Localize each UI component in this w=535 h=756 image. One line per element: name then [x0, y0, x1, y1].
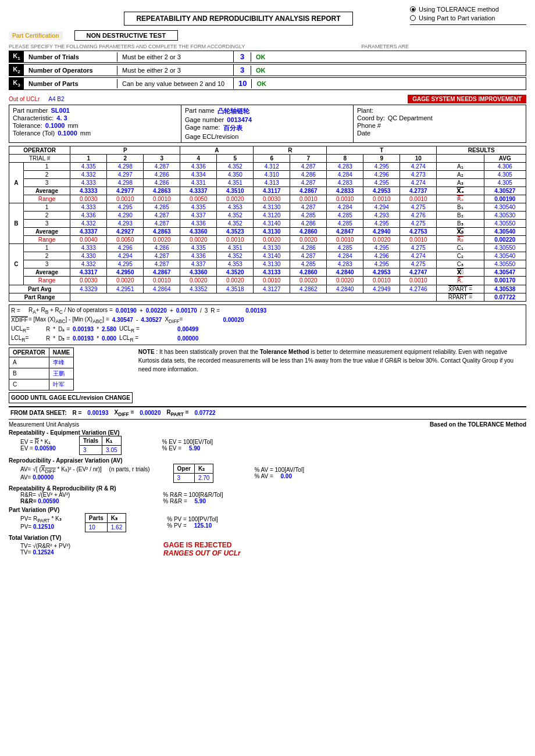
b-avg-c4: 4.3360 — [180, 227, 217, 235]
note-text: : It has been statistically proven that … — [138, 349, 513, 372]
c-t1-c7: 4.286 — [290, 243, 327, 252]
c-xbar-val: 4.30547 — [484, 268, 526, 276]
c-range-c10: 0.0010 — [400, 276, 437, 285]
pv-parts-header: Parts — [85, 513, 107, 522]
c-t3-c10: 4.275 — [400, 260, 437, 268]
table-row: Range 0.0040 0.0050 0.0020 0.0020 0.0010… — [9, 235, 526, 243]
pv-pct-line: % PV = 125.10 — [167, 522, 218, 529]
rar-val: 0.00590 — [38, 498, 59, 504]
c-t2-c9: 4.296 — [363, 252, 400, 260]
ev-title: Repeatability - Equipment Variation (EV) — [9, 429, 526, 436]
ev-val-line: EV = 0.00590 — [20, 445, 56, 452]
c-t2-c8: 4.284 — [327, 252, 363, 260]
a-t2-c10: 4.273 — [400, 170, 437, 178]
method2-option[interactable]: Using Part to Part variation — [410, 15, 526, 22]
a-avg-c3: 4.2863 — [144, 187, 180, 195]
a-rbar-val: 0.00190 — [484, 195, 526, 203]
info-tol2-value: 0.1000 — [58, 130, 77, 137]
c-rbar-val: 0.00170 — [484, 276, 526, 285]
a-t2-c7: 4.286 — [290, 170, 327, 178]
a-t1-c1: 4.335 — [70, 162, 107, 170]
col-9-header: 9 — [363, 154, 400, 162]
method1-radio[interactable] — [410, 6, 416, 12]
c-t3-c9: 4.295 — [363, 260, 400, 268]
info-gage-ecl: Gage ECL/revision — [185, 133, 349, 140]
uclr-result-label: UCLR = — [119, 325, 177, 334]
op-p-header: P — [70, 146, 180, 154]
report-title-container: REPEATABILITY AND REPRODUCIBILITY ANALYS… — [67, 6, 410, 26]
info-tol2-label: Tolerance (Tol) — [13, 130, 55, 137]
info-characteristic: Characteristic: 4. 3 — [13, 114, 177, 121]
pv-pct-block: % PV = 100[PV/Tol] % PV = 125.10 — [167, 516, 218, 529]
method1-option[interactable]: Using TOLERANCE method — [410, 6, 526, 13]
c-avg-c7: 4.2860 — [290, 268, 327, 276]
lclr-star2: * — [97, 335, 99, 342]
col-5-header: 5 — [217, 154, 254, 162]
from-data-label: FROM DATA SHEET: — [10, 410, 66, 416]
b-avg-c10: 4.2753 — [400, 227, 437, 235]
r-rc-val: 0.00170 — [176, 307, 197, 314]
pv-val: 0.12510 — [33, 524, 54, 530]
method2-radio[interactable] — [410, 15, 416, 21]
b-rbar-label: R̄ᵦ — [437, 235, 484, 243]
c-r2-label: C₂ — [437, 252, 484, 260]
b-t1-c6: 4.3130 — [254, 203, 290, 211]
part-avg-row: Part Avg 4.3329 4.2951 4.2864 4.3352 4.3… — [9, 285, 526, 293]
table-row: 3 3.05 — [79, 445, 121, 454]
b-avg-c8: 4.2847 — [327, 227, 363, 235]
a-avg-c10: 4.2737 — [400, 187, 437, 195]
b-t3-c5: 4.352 — [217, 219, 254, 227]
param-k2-value: 3 — [233, 65, 251, 76]
table-row: Trials K₁ — [79, 436, 121, 445]
a-r1-label: A₁ — [437, 162, 484, 170]
b-t1-c8: 4.284 — [327, 203, 363, 211]
b-t2-c4: 4.337 — [180, 211, 217, 219]
lclr-star: * — [53, 335, 55, 342]
b-t2-c2: 4.290 — [107, 211, 144, 219]
c-t2-c1: 4.330 — [70, 252, 107, 260]
pv-content: PV= RPART * K₃ PV= 0.12510 Parts K₃ 10 1… — [20, 513, 526, 532]
a-r1-val: 4.306 — [484, 162, 526, 170]
tv-val-line: TV= 0.12524 — [20, 549, 70, 556]
xdiff-min: 4.30527 — [141, 317, 162, 323]
data-table: OPERATOR P A R T RESULTS TRIAL # 1 2 3 4… — [9, 146, 526, 302]
info-left-col: Part number SL001 Characteristic: 4. 3 T… — [9, 105, 181, 142]
xdiff-minus: - — [136, 317, 138, 323]
table-row: B 1 4.333 4.295 4.285 4.335 4.353 4.3130… — [9, 203, 526, 211]
op-b-name: 王鹏 — [49, 368, 73, 379]
c-t2-label: 2 — [23, 252, 70, 260]
c-avg-c4: 4.3360 — [180, 268, 217, 276]
op-a-label: A — [9, 162, 24, 203]
r-div: / — [200, 307, 202, 314]
info-coord-label: Coord by: — [357, 114, 385, 121]
table-row: C 1 4.333 4.296 4.286 4.335 4.351 4.3130… — [9, 243, 526, 252]
param-k2-name: Number of Operators — [24, 66, 117, 75]
uclr-formula-row: UCLR= R * D₄ = 0.00193 * 2.580 UCLR = 0.… — [11, 325, 524, 334]
tv-formula-block: TV= √(R&R² + PV²) TV= 0.12524 — [20, 543, 70, 556]
a-t1-c8: 4.283 — [327, 162, 363, 170]
a-t1-c6: 4.312 — [254, 162, 290, 170]
c-xbar-label: X̄꜀ — [437, 268, 484, 276]
b-t1-c9: 4.294 — [363, 203, 400, 211]
part-range-row: Part Range RPART = 0.07722 — [9, 293, 526, 301]
tv-title: Total Variation (TV) — [9, 535, 526, 541]
from-data-xdiff-val: 0.00020 — [140, 410, 160, 416]
b-range-c2: 0.0050 — [107, 235, 144, 243]
a-t1-c5: 4.352 — [217, 162, 254, 170]
info-tolerance: Tolerance: 0.1000 mm — [13, 122, 177, 129]
pavg-c7: 4.2862 — [290, 285, 327, 293]
uclr-rval: 0.00193 — [73, 326, 94, 332]
info-gage-name-value: 百分表 — [223, 124, 242, 132]
info-section: Out of UCLr A4 B2 GAGE SYSTEM NEEDS IMPR… — [9, 95, 526, 143]
table-row: Average 4.3337 4.2927 4.2863 4.3360 4.35… — [9, 227, 526, 235]
c-t1-c2: 4.296 — [107, 243, 144, 252]
av-pct-val: 0.00 — [281, 473, 292, 479]
uclr-label: UCLR= — [11, 325, 46, 334]
pavg-c2: 4.2951 — [107, 285, 144, 293]
ev-pct-formula: % EV = 100[EV/Tol] — [162, 439, 213, 445]
a-t1-c2: 4.298 — [107, 162, 144, 170]
c-t2-c2: 4.294 — [107, 252, 144, 260]
avg-col-header: AVG — [484, 154, 526, 162]
tv-section: Total Variation (TV) TV= √(R&R² + PV²) T… — [9, 535, 526, 557]
xpart-val: 4.30538 — [484, 285, 526, 293]
